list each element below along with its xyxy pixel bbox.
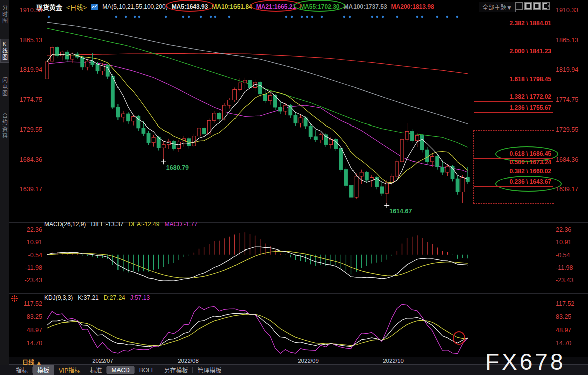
tab-indicators[interactable]: 指标: [11, 365, 32, 375]
axis-tick: -11.98: [10, 264, 42, 271]
axis-tick: 1819.94: [10, 66, 42, 73]
fib-level-label: 1.236 \ 1755.67: [474, 104, 551, 111]
axis-tick: 1865.13: [556, 37, 586, 44]
axis-tick: 1639.17: [556, 186, 586, 193]
axis-tick: 48.97: [556, 327, 586, 334]
tab-save-template[interactable]: 另存模板: [159, 365, 192, 375]
macd-header: MACD(26,12,9) DIFF:-13.37 DEA:-12.49 MAC…: [44, 221, 197, 228]
svg-text:1614.67: 1614.67: [389, 208, 412, 215]
fit-left-axis-icon[interactable]: [524, 2, 532, 10]
left-sidebar: 分时图 K线图 闪电图 合约资料: [0, 0, 9, 375]
sidebar-item-contract-info[interactable]: 合约资料: [1, 111, 9, 141]
axis-tick: 22.36: [556, 226, 586, 233]
fib-level-line: [474, 101, 553, 102]
fib-level-label: 2.382 \ 1884.01: [474, 20, 551, 27]
fib-level-label: 0.618 \ 1686.45: [474, 150, 551, 157]
tab-standard[interactable]: 标准: [85, 365, 106, 375]
fib-level-label: 2.000 \ 1841.23: [474, 48, 551, 55]
fib-level-line: [474, 186, 553, 187]
period-label[interactable]: <日线>: [66, 2, 87, 12]
fib-level-line: [474, 84, 553, 84]
trading-app-window: 分时图 K线图 闪电图 合约资料 现货黄金 <日线> MA(5,10,21,55…: [0, 0, 588, 375]
chart-type-icon[interactable]: [91, 3, 98, 11]
top-price-gridline: [44, 11, 555, 11]
ma200-value: MA200:1813.98: [391, 3, 434, 10]
axis-tick: -23.43: [10, 277, 42, 284]
axis-tick: 48.97: [10, 327, 42, 334]
panel-separator: [9, 293, 588, 294]
axis-tick: 14.70: [10, 340, 42, 347]
axis-tick: 83.25: [556, 313, 586, 320]
axis-tick: 14.70: [556, 340, 586, 347]
ma55-value: MA55:1702.30: [300, 3, 339, 10]
chart-header: 现货黄金 <日线> MA(5,10,21,55,100,200) MA5:164…: [36, 2, 434, 12]
kdj-k-value: K:37.21: [78, 294, 98, 301]
tab-templates[interactable]: 模板: [33, 365, 54, 375]
sidebar-item-lightning-chart[interactable]: 闪电图: [1, 76, 9, 98]
sidebar-item-kline-chart[interactable]: K线图: [0, 39, 9, 63]
ma21-value: MA21:1665.21: [256, 3, 296, 10]
fib-level-label: 0.500 \ 1673.24: [474, 159, 551, 166]
tab-manage-templates[interactable]: 管理模板: [193, 365, 226, 375]
axis-tick: 1774.75: [10, 96, 42, 103]
axis-tick: 1819.94: [556, 66, 586, 73]
axis-tick: 1910.33: [10, 7, 42, 14]
macd-macd-value: MACD:-1.77: [164, 221, 197, 228]
shift-chart-icon[interactable]: [542, 2, 550, 10]
axis-tick: 1774.75: [556, 96, 586, 103]
axis-tick: 10.91: [10, 239, 42, 246]
date-tick: 2022/09: [291, 358, 326, 364]
axis-tick: 10.91: [556, 239, 586, 246]
kdj-title[interactable]: KDJ(9,3,3): [44, 294, 73, 301]
fib-level-label: 1.382 \ 1772.02: [474, 93, 551, 100]
tab-macd[interactable]: MACD: [107, 366, 134, 374]
axis-tick: 1910.33: [556, 7, 586, 14]
axis-tick: -0.54: [556, 252, 586, 259]
fib-level-label: 1.618 \ 1798.45: [474, 76, 551, 83]
macd-dea-value: DEA:-12.49: [128, 221, 159, 228]
date-tick: 2022/08: [171, 358, 206, 364]
kdj-d-value: D:27.24: [104, 294, 125, 301]
axis-tick: 1865.13: [10, 37, 42, 44]
pan-icon[interactable]: [515, 2, 523, 10]
sidebar-item-time-chart[interactable]: 分时图: [1, 3, 9, 26]
axis-tick: -0.54: [10, 252, 42, 259]
fib-level-line: [474, 28, 553, 28]
fx678-watermark: FX678: [485, 348, 566, 375]
ma5-value: MA5:1643.93: [172, 3, 208, 10]
axis-tick: 1684.36: [10, 156, 42, 163]
fit-right-axis-icon[interactable]: [533, 2, 541, 10]
fib-level-label: 0.236 \ 1643.67: [474, 178, 551, 185]
ma-settings-label: MA(5,10,21,55,100,200): [102, 3, 167, 10]
main-price-chart[interactable]: 1680.791614.67: [44, 14, 471, 217]
axis-tick: 1684.36: [556, 156, 586, 163]
axis-tick: 1729.55: [10, 126, 42, 133]
macd-diff-value: DIFF:-13.37: [91, 221, 123, 228]
macd-panel-chart[interactable]: [44, 225, 471, 291]
axis-tick: -11.98: [556, 264, 586, 271]
macd-title[interactable]: MACD(26,12,9): [44, 221, 86, 228]
ma100-value: MA100:1737.53: [344, 3, 387, 10]
axis-tick: 1639.17: [10, 186, 42, 193]
axis-tick: -23.43: [556, 277, 586, 284]
fib-level-line: [474, 112, 553, 113]
axis-tick: 83.25: [10, 313, 42, 320]
tab-vip-indicators[interactable]: VIP指标: [54, 365, 85, 375]
date-tick: 2022/07: [85, 358, 121, 364]
kdj-j-value: J:57.13: [130, 294, 150, 301]
axis-tick: 1729.55: [556, 126, 586, 133]
axis-tick: 22.36: [10, 226, 42, 233]
fib-level-line: [474, 56, 553, 56]
annotation-ellipse: [453, 331, 465, 345]
kdj-header: KDJ(9,3,3) K:37.21 D:27.24 J:57.13: [44, 294, 150, 301]
tab-boll[interactable]: BOLL: [135, 366, 159, 374]
ma10-value: MA10:1651.84: [212, 3, 252, 10]
svg-text:1680.79: 1680.79: [166, 164, 189, 171]
axis-tick: 117.52: [10, 300, 42, 307]
kdj-panel-chart[interactable]: [44, 299, 471, 356]
fib-level-line: [474, 176, 553, 176]
date-tick: 2022/10: [376, 358, 411, 364]
fib-level-label: 0.382 \ 1660.02: [474, 168, 551, 175]
chart-tool-buttons: [515, 2, 550, 10]
axis-tick: 117.52: [556, 300, 586, 307]
